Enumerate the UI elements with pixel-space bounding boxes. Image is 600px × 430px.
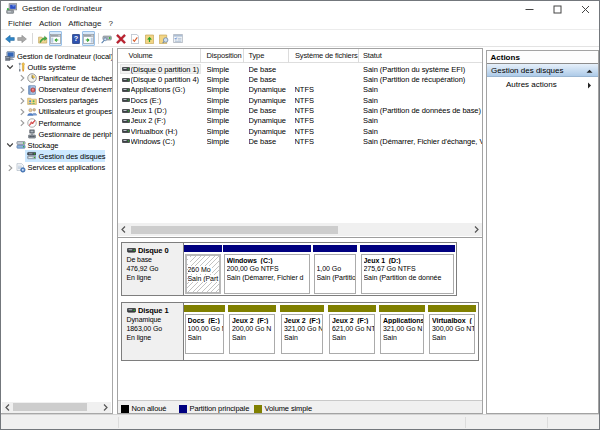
chevron-collapsed-icon[interactable] (18, 108, 26, 116)
chevron-collapsed-icon[interactable] (18, 86, 26, 94)
shared-folders-icon-svg (27, 96, 37, 106)
scroll-right-arrow-icon-svg (103, 404, 108, 411)
partition-body[interactable]: Jeux 1 (D:)275,67 Go NTFSSain (Partition… (361, 254, 455, 294)
scroll-track[interactable] (13, 402, 100, 413)
toolbar-button-folder-import[interactable] (144, 31, 156, 46)
volume-row-windows-c[interactable]: Windows (C:)SimpleDe baseNTFSSain (Démar… (118, 136, 482, 146)
toolbar-button-action-pane[interactable] (82, 31, 96, 46)
partition-jeux-1-d[interactable]: Jeux 1 (D:)275,67 Go NTFSSain (Partition… (360, 245, 456, 295)
toolbar-button-back[interactable] (4, 31, 16, 46)
cell-type: Dynamique (249, 127, 291, 136)
partition-virtualbox[interactable]: Virtualbox (300,00 Go NTSain (428, 305, 476, 355)
tree-item-planificateur-de-t-ches[interactable]: Planificateur de tâches (1, 73, 112, 84)
scroll-thumb[interactable] (13, 403, 87, 411)
chevron-expanded-icon[interactable] (6, 63, 14, 71)
tree-item-dossiers-partag-s[interactable]: Dossiers partagés (1, 95, 112, 106)
cell-statut: Sain (Partition de données de base) (363, 106, 482, 115)
toolbar-button-folder-explore[interactable] (158, 31, 170, 46)
toolbar-button-console-tree[interactable] (49, 31, 63, 46)
performance-icon-svg (27, 118, 37, 128)
tree-item-gestion-de-l-ordinateur-local[interactable]: Gestion de l'ordinateur (local) (1, 51, 112, 62)
column-header-disposition[interactable]: Disposition (201, 49, 244, 63)
column-header-volume[interactable]: Volume (118, 49, 201, 63)
disk-status: En ligne (127, 334, 183, 343)
actions-group-disk-management[interactable]: Gestion des disques (487, 64, 598, 78)
toolbar-button-properties-check[interactable] (129, 31, 141, 46)
chevron-collapsed-icon[interactable] (6, 164, 14, 172)
tree-horizontal-scrollbar[interactable] (2, 402, 111, 413)
disk-row-disque-0: Disque 0De base476,92 GoEn ligne 260 MoS… (121, 242, 457, 296)
scroll-track[interactable] (129, 224, 471, 235)
scroll-left-arrow-icon[interactable] (2, 402, 13, 413)
toolbar-button-help-topics[interactable] (172, 31, 184, 46)
toolbar-button-rescan-disks[interactable] (100, 31, 112, 46)
partition-260-mo[interactable]: 260 MoSain (Part (184, 245, 222, 295)
partition-body[interactable]: Virtualbox (300,00 Go NTSain (429, 314, 475, 354)
cell-disposition: Simple (207, 65, 245, 74)
tree-item-observateur-d-v-nements[interactable]: Observateur d'événements (1, 84, 112, 95)
close-button[interactable] (571, 1, 599, 17)
scroll-right-arrow-icon[interactable] (471, 224, 482, 235)
cell-disposition: Simple (207, 96, 245, 105)
tree-item-stockage[interactable]: Stockage (1, 140, 112, 151)
volume-row-applications-g[interactable]: Applications (G:)SimpleDynamiqueNTFSSain (118, 85, 482, 95)
volume-row-docs-e[interactable]: Docs (E:)SimpleDynamiqueNTFSSain (118, 95, 482, 105)
toolbar-separator (98, 33, 99, 44)
volume-row-virtualbox-h[interactable]: Virtualbox (H:)SimpleDynamiqueNTFSSain (118, 126, 482, 136)
partition-body-selected[interactable]: 260 MoSain (Part (185, 254, 221, 294)
partition-windows-c[interactable]: Windows (C:)200,00 Go NTFSSain (Démarrer… (223, 245, 311, 295)
tree-item-gestionnaire-de-p-riph-riques[interactable]: Gestionnaire de périphériques (1, 129, 112, 140)
partition-size-line: 100,00 Go N (188, 324, 223, 333)
chevron-up-icon[interactable] (586, 68, 593, 75)
chevron-collapsed-icon[interactable] (18, 97, 26, 105)
volume-list-horizontal-scrollbar[interactable] (118, 223, 482, 236)
disk-label[interactable]: Disque 0De base476,92 GoEn ligne (122, 243, 184, 295)
disk-label[interactable]: Disque 1Dynamique1863,00 GoEn ligne (122, 303, 184, 360)
partition-jeux-2-f[interactable]: Jeux 2 (F:)621,00 Go NTSain (328, 305, 376, 355)
partition-jeux-2-f[interactable]: Jeux 2 (F:)200,00 Go NSain (228, 305, 276, 355)
cell-volume: (Disque 0 partition 1) (131, 65, 203, 74)
menu-affichage[interactable]: Affichage (65, 17, 105, 30)
partition-body[interactable]: Jeux 2 (F:)621,00 Go NTSain (329, 314, 375, 354)
scroll-left-arrow-icon[interactable] (118, 224, 129, 235)
chevron-expanded-icon[interactable] (6, 141, 14, 149)
column-header-type[interactable]: Type (244, 49, 289, 63)
partition-applications[interactable]: Applications321,00 Go NSain (379, 305, 425, 355)
partition-1,00-go[interactable]: 1,00 GoSain (Partitio (313, 245, 358, 295)
column-header-statut[interactable]: Statut (359, 49, 483, 63)
tree-item-gestion-des-disques[interactable]: Gestion des disques (1, 151, 112, 162)
chevron-collapsed-icon-svg (6, 164, 14, 172)
tree-item-services-et-applications[interactable]: Services et applications (1, 162, 112, 173)
partition-jeux-2-f[interactable]: Jeux 2 (F:)321,00 Go NSain (280, 305, 324, 355)
column-header-syst-me-de-fichiers[interactable]: Système de fichiers (289, 49, 359, 63)
menu-fichier[interactable]: Fichier (5, 17, 36, 30)
actions-item-autres-actions[interactable]: Autres actions (487, 78, 598, 92)
partition-body[interactable]: 1,00 GoSain (Partitio (314, 254, 357, 294)
toolbar-button-forward[interactable] (16, 31, 28, 46)
partition-body[interactable]: Docs (E:)100,00 Go NSain (185, 314, 224, 354)
scroll-right-arrow-icon[interactable] (100, 402, 111, 413)
chevron-collapsed-icon[interactable] (18, 119, 26, 127)
menu-?[interactable]: ? (105, 17, 116, 30)
partition-docs-e[interactable]: Docs (E:)100,00 Go NSain (184, 305, 225, 355)
partition-body[interactable]: Jeux 2 (F:)321,00 Go NSain (281, 314, 323, 354)
volume-row-jeux-1-d[interactable]: Jeux 1 (D:)SimpleDe baseNTFSSain (Partit… (118, 105, 482, 115)
volume-row-disque-0-partition-4[interactable]: (Disque 0 partition 4)SimpleDe baseSain … (118, 74, 482, 84)
toolbar-button-help[interactable]: ? (70, 31, 82, 46)
chevron-collapsed-icon[interactable] (18, 74, 26, 82)
tree-item-performance[interactable]: Performance (1, 117, 112, 128)
menu-action[interactable]: Action (36, 17, 65, 30)
maximize-button[interactable] (543, 1, 571, 17)
volume-row-disque-0-partition-1[interactable]: (Disque 0 partition 1)SimpleDe baseSain … (118, 64, 482, 74)
volume-row-jeux-2-f[interactable]: Jeux 2 (F:)SimpleDynamiqueNTFSSain (118, 115, 482, 125)
partition-body[interactable]: Windows (C:)200,00 Go NTFSSain (Démarrer… (224, 254, 310, 294)
toolbar-button-folder-up[interactable] (37, 31, 49, 46)
minimize-button[interactable] (515, 1, 543, 17)
tree-item-utilisateurs-et-groupes-locaux[interactable]: Utilisateurs et groupes locaux (1, 106, 112, 117)
partition-body[interactable]: Jeux 2 (F:)200,00 Go NSain (229, 314, 275, 354)
properties-check-icon (131, 34, 139, 44)
tree-item-outils-syst-me[interactable]: Outils système (1, 62, 112, 73)
toolbar-button-delete[interactable] (115, 31, 127, 46)
scroll-thumb[interactable] (131, 226, 338, 234)
partition-body[interactable]: Applications321,00 Go NSain (380, 314, 424, 354)
